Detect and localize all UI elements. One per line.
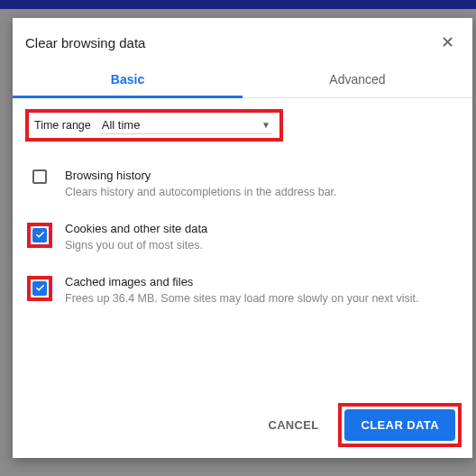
dialog-footer: CANCEL CLEAR DATA: [13, 392, 472, 458]
checkbox[interactable]: [32, 228, 47, 243]
close-icon[interactable]: ✕: [441, 34, 454, 50]
option-desc: Signs you out of most sites.: [65, 238, 458, 253]
option-title: Cookies and other site data: [65, 222, 458, 235]
checkbox[interactable]: [32, 169, 47, 184]
option-row: Cached images and filesFrees up 36.4 MB.…: [25, 264, 460, 317]
dialog-content: Time range All time ▼ Browsing historyCl…: [13, 98, 472, 392]
clear-browsing-data-dialog: Clear browsing data ✕ Basic Advanced Tim…: [13, 18, 472, 458]
option-row: Browsing historyClears history and autoc…: [25, 158, 460, 211]
cancel-button[interactable]: CANCEL: [253, 409, 333, 441]
dialog-title: Clear browsing data: [25, 35, 441, 50]
option-texts: Cached images and filesFrees up 36.4 MB.…: [52, 275, 458, 307]
clear-data-highlight: CLEAR DATA: [338, 403, 462, 447]
browser-topbar: [0, 0, 476, 9]
chevron-down-icon: ▼: [261, 120, 270, 130]
clear-data-button[interactable]: CLEAR DATA: [344, 409, 455, 441]
options-list: Browsing historyClears history and autoc…: [25, 158, 460, 317]
checkbox-wrap: [27, 222, 52, 248]
option-row: Cookies and other site dataSigns you out…: [25, 211, 460, 264]
option-texts: Cookies and other site dataSigns you out…: [52, 222, 458, 253]
option-desc: Clears history and autocompletions in th…: [65, 185, 458, 200]
option-texts: Browsing historyClears history and autoc…: [52, 169, 458, 200]
dialog-header: Clear browsing data ✕: [13, 18, 472, 63]
time-range-value: All time: [102, 118, 141, 132]
highlight-frame: [27, 223, 52, 248]
option-title: Cached images and files: [65, 275, 458, 288]
checkbox-wrap: [27, 169, 52, 184]
tabs: Basic Advanced: [13, 63, 472, 98]
tab-advanced[interactable]: Advanced: [243, 63, 472, 97]
time-range-select[interactable]: All time ▼: [100, 116, 272, 134]
option-title: Browsing history: [65, 169, 458, 182]
highlight-frame: [27, 276, 52, 301]
checkbox-wrap: [27, 275, 52, 301]
option-desc: Frees up 36.4 MB. Some sites may load mo…: [65, 291, 458, 307]
checkbox[interactable]: [32, 281, 47, 296]
time-range-label: Time range: [31, 119, 95, 132]
time-range-row: Time range All time ▼: [25, 109, 283, 142]
tab-basic[interactable]: Basic: [13, 63, 243, 97]
